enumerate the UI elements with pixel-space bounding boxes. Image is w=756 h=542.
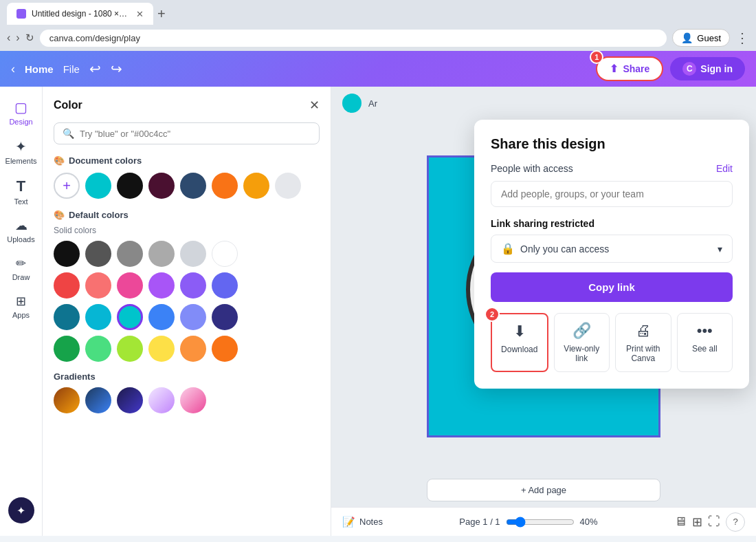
uploads-label: Uploads bbox=[7, 235, 34, 243]
add-people-input[interactable] bbox=[491, 181, 733, 207]
sidebar-item-draw[interactable]: ✏ Draw bbox=[2, 250, 41, 287]
color-swatch-teal[interactable] bbox=[85, 173, 111, 199]
color-swatch-black[interactable] bbox=[117, 173, 143, 199]
add-page-button[interactable]: + Add page bbox=[427, 479, 660, 501]
share-button[interactable]: ⬆ Share bbox=[596, 56, 663, 81]
gradient-brown[interactable] bbox=[54, 387, 80, 413]
search-icon: 🔍 bbox=[63, 128, 74, 139]
fullscreen-button[interactable]: ⛶ bbox=[708, 514, 720, 529]
share-panel: Share this design People with access Edi… bbox=[474, 120, 749, 389]
swatch-lightgray[interactable] bbox=[148, 241, 175, 267]
grid-view-button[interactable]: ⊞ bbox=[692, 514, 702, 530]
text-icon: T bbox=[16, 177, 25, 195]
swatch-limegreen[interactable] bbox=[117, 336, 143, 362]
sidebar-item-design[interactable]: ▢ Design bbox=[2, 94, 41, 131]
color-panel-title: Color bbox=[54, 99, 82, 111]
swatch-violet[interactable] bbox=[148, 272, 175, 299]
color-swatch-white[interactable] bbox=[275, 173, 301, 199]
tab-title: Untitled design - 1080 × 108 bbox=[32, 9, 128, 19]
edit-link[interactable]: Edit bbox=[716, 163, 733, 174]
app-topbar: ‹ Home File ↩ ↪ 1 ⬆ Share C Sign in bbox=[0, 51, 756, 87]
browser-menu-icon[interactable]: ⋮ bbox=[735, 30, 749, 46]
link-sharing-label: Link sharing restricted bbox=[491, 218, 733, 229]
solid-row-1 bbox=[54, 241, 320, 267]
copy-link-button[interactable]: Copy link bbox=[491, 272, 733, 302]
sidebar-item-elements[interactable]: ✦ Elements bbox=[2, 133, 41, 171]
back-button[interactable]: ‹ bbox=[7, 32, 10, 44]
download-action[interactable]: 2 ⬇ Download bbox=[491, 313, 548, 372]
swatch-midgray[interactable] bbox=[117, 241, 143, 267]
swatch-periwinkle[interactable] bbox=[180, 304, 206, 330]
see-all-action[interactable]: ••• See all bbox=[677, 313, 733, 372]
sidebar-item-text[interactable]: T Text bbox=[2, 172, 41, 211]
redo-button[interactable]: ↪ bbox=[111, 61, 122, 77]
swatch-darkgray[interactable] bbox=[85, 241, 111, 267]
canvas-color-preview[interactable] bbox=[342, 94, 362, 113]
zoom-slider[interactable] bbox=[506, 517, 575, 528]
swatch-coral[interactable] bbox=[85, 272, 111, 299]
swatch-white2[interactable] bbox=[212, 241, 238, 267]
swatch-lightorange[interactable] bbox=[180, 336, 206, 362]
color-swatch-navy[interactable] bbox=[180, 173, 206, 199]
new-tab-button[interactable]: + bbox=[157, 6, 166, 25]
solid-colors-label: Solid colors bbox=[54, 226, 320, 235]
gradient-darkblue[interactable] bbox=[117, 387, 143, 413]
access-dropdown[interactable]: 🔒 Only you can access ▾ bbox=[491, 235, 733, 263]
browser-tab[interactable]: Untitled design - 1080 × 108 ✕ bbox=[7, 3, 153, 25]
solid-row-4 bbox=[54, 336, 320, 362]
swatch-green[interactable] bbox=[54, 336, 80, 362]
document-colors-grid: + bbox=[54, 173, 320, 199]
swatch-yellow[interactable] bbox=[148, 336, 175, 362]
see-all-icon: ••• bbox=[697, 322, 713, 340]
swatch-darkindigo[interactable] bbox=[212, 304, 238, 330]
gradient-navy[interactable] bbox=[85, 387, 111, 413]
tab-close-icon[interactable]: ✕ bbox=[136, 9, 144, 19]
default-colors-title: 🎨 Default colors bbox=[54, 210, 320, 220]
color-panel-header: Color ✕ bbox=[54, 98, 320, 113]
swatch-black[interactable] bbox=[54, 241, 80, 267]
swatch-lightgreen[interactable] bbox=[85, 336, 111, 362]
home-button[interactable]: Home bbox=[25, 63, 54, 75]
notes-icon: 📝 bbox=[342, 516, 355, 528]
add-color-swatch[interactable]: + bbox=[54, 173, 80, 199]
sidebar-item-apps[interactable]: ⊞ Apps bbox=[2, 288, 41, 325]
share-panel-title: Share this design bbox=[491, 136, 733, 152]
browser-address-row: ‹ › ↻ 👤 Guest ⋮ bbox=[0, 25, 756, 51]
page-info: Page 1 / 1 40% bbox=[459, 517, 597, 528]
swatch-blue[interactable] bbox=[148, 304, 175, 330]
access-dropdown-left: 🔒 Only you can access bbox=[501, 242, 609, 255]
swatch-palelight[interactable] bbox=[180, 241, 206, 267]
swatch-indigo[interactable] bbox=[212, 272, 238, 299]
notes-button[interactable]: 📝 Notes bbox=[342, 516, 383, 528]
swatch-red[interactable] bbox=[54, 272, 80, 299]
gradient-lavender[interactable] bbox=[148, 387, 175, 413]
forward-button[interactable]: › bbox=[16, 32, 19, 44]
guest-button[interactable]: 👤 Guest bbox=[672, 29, 730, 47]
solid-row-2 bbox=[54, 272, 320, 299]
desktop-view-button[interactable]: 🖥 bbox=[674, 514, 687, 529]
print-action[interactable]: 🖨 Print withCanva bbox=[615, 313, 671, 372]
swatch-teal-selected[interactable] bbox=[117, 304, 143, 330]
color-swatch-maroon[interactable] bbox=[148, 173, 175, 199]
swatch-cyan-dark[interactable] bbox=[54, 304, 80, 330]
back-arrow-icon[interactable]: ‹ bbox=[11, 62, 15, 76]
swatch-pink[interactable] bbox=[117, 272, 143, 299]
color-swatch-orange[interactable] bbox=[212, 173, 238, 199]
gradient-pink[interactable] bbox=[180, 387, 206, 413]
swatch-orange2[interactable] bbox=[212, 336, 238, 362]
view-only-link-action[interactable]: 🔗 View-only link bbox=[554, 313, 610, 372]
address-bar[interactable] bbox=[40, 30, 667, 47]
swatch-purple[interactable] bbox=[180, 272, 206, 299]
sidebar-magic-button[interactable]: ✦ bbox=[8, 497, 34, 523]
file-button[interactable]: File bbox=[63, 63, 80, 75]
reload-button[interactable]: ↻ bbox=[25, 32, 34, 44]
help-button[interactable]: ? bbox=[726, 512, 745, 532]
sidebar: ▢ Design ✦ Elements T Text ☁ Uploads ✏ D… bbox=[0, 87, 43, 536]
undo-button[interactable]: ↩ bbox=[89, 61, 101, 77]
sign-in-button[interactable]: C Sign in bbox=[670, 57, 745, 80]
swatch-cyan[interactable] bbox=[85, 304, 111, 330]
color-swatch-amber[interactable] bbox=[243, 173, 269, 199]
color-search-input[interactable] bbox=[80, 129, 311, 139]
sidebar-item-uploads[interactable]: ☁ Uploads bbox=[2, 213, 41, 249]
color-panel-close-button[interactable]: ✕ bbox=[309, 98, 320, 113]
